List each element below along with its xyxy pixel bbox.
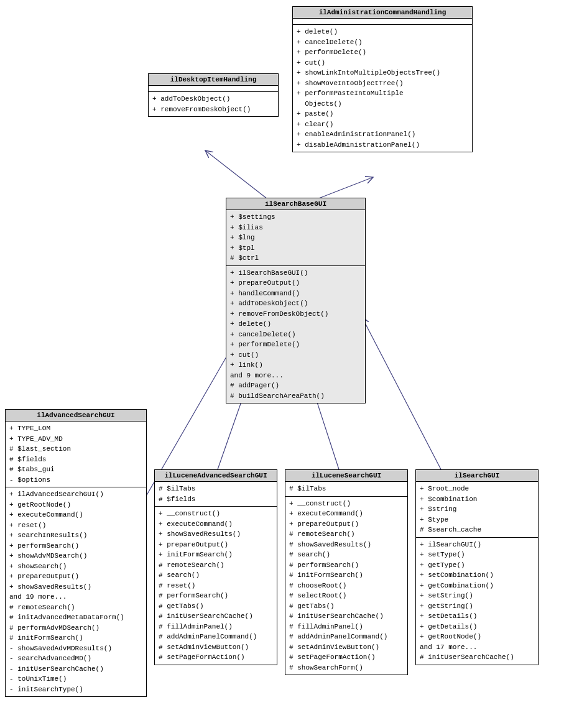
svg-line-1 (205, 150, 267, 199)
box-methods-ilAdvancedSearchGUI: + ilAdvancedSearchGUI() + getRootNode() … (6, 487, 146, 696)
box-attrs-ilSearchBaseGUI: + $settings + $ilias + $lng + $tpl # $ct… (226, 210, 365, 266)
box-attrs-ilDesktopItemHandling (149, 86, 278, 92)
box-methods-ilSearchGUI: + ilSearchGUI() + setType() + getType() … (416, 538, 538, 665)
box-ilAdvancedSearchGUI: ilAdvancedSearchGUI + TYPE_LOM + TYPE_AD… (5, 409, 147, 697)
box-methods-ilSearchBaseGUI: + ilSearchBaseGUI() + prepareOutput() + … (226, 266, 365, 403)
box-title-ilAdministrationCommandHandling: ilAdministrationCommandHandling (293, 7, 472, 19)
box-attrs-ilAdvancedSearchGUI: + TYPE_LOM + TYPE_ADV_MD # $last_section… (6, 422, 146, 487)
box-methods-ilAdministrationCommandHandling: + delete() + cancelDelete() + performDel… (293, 25, 472, 152)
box-title-ilLuceneAdvancedSearchGUI: ilLuceneAdvancedSearchGUI (155, 470, 277, 482)
box-ilAdministrationCommandHandling: ilAdministrationCommandHandling + delete… (292, 6, 473, 152)
svg-line-0 (317, 177, 373, 199)
box-attrs-ilAdministrationCommandHandling (293, 19, 472, 25)
box-methods-ilLuceneAdvancedSearchGUI: + __construct() + executeCommand() + sho… (155, 507, 277, 665)
box-attrs-ilLuceneAdvancedSearchGUI: # $ilTabs # $fields (155, 482, 277, 507)
box-attrs-ilSearchGUI: + $root_node + $combination + $string + … (416, 482, 538, 538)
box-ilSearchGUI: ilSearchGUI + $root_node + $combination … (415, 469, 539, 665)
diagram-container: ilAdministrationCommandHandling + delete… (0, 0, 569, 728)
box-ilLuceneSearchGUI: ilLuceneSearchGUI # $ilTabs + __construc… (285, 469, 408, 675)
box-ilDesktopItemHandling: ilDesktopItemHandling + addToDeskObject(… (148, 73, 279, 117)
svg-line-5 (362, 317, 449, 485)
box-attrs-ilLuceneSearchGUI: # $ilTabs (285, 482, 407, 497)
box-title-ilAdvancedSearchGUI: ilAdvancedSearchGUI (6, 410, 146, 422)
box-title-ilLuceneSearchGUI: ilLuceneSearchGUI (285, 470, 407, 482)
box-title-ilSearchBaseGUI: ilSearchBaseGUI (226, 198, 365, 210)
box-methods-ilLuceneSearchGUI: + __construct() + executeCommand() + pre… (285, 497, 407, 675)
box-title-ilDesktopItemHandling: ilDesktopItemHandling (149, 74, 278, 86)
box-methods-ilDesktopItemHandling: + addToDeskObject() + removeFromDeskObje… (149, 92, 278, 116)
box-ilLuceneAdvancedSearchGUI: ilLuceneAdvancedSearchGUI # $ilTabs # $f… (154, 469, 277, 665)
box-ilSearchBaseGUI: ilSearchBaseGUI + $settings + $ilias + $… (226, 198, 366, 403)
box-title-ilSearchGUI: ilSearchGUI (416, 470, 538, 482)
